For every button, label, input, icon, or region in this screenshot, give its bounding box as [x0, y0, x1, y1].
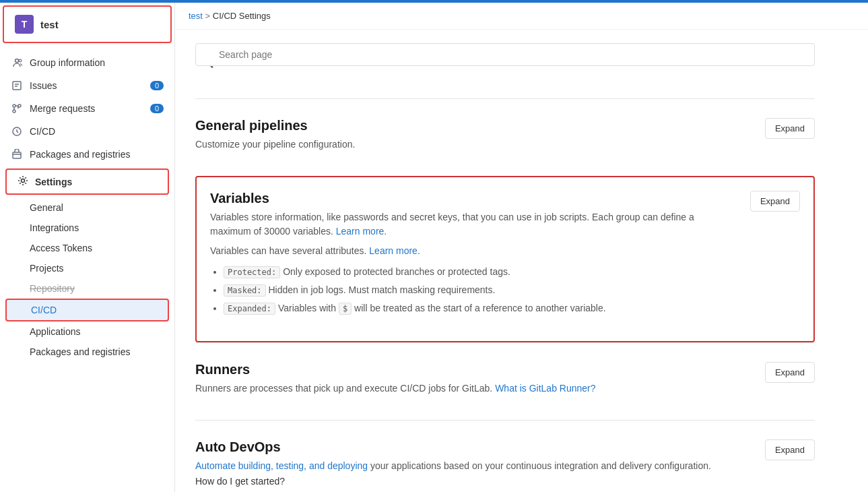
auto-devops-started-link[interactable]: How do I get started?: [195, 476, 285, 487]
sidebar-item-group-info[interactable]: Group information: [0, 51, 174, 74]
runners-title: Runners: [195, 362, 596, 377]
section-general-pipelines-header: General pipelines Customize your pipelin…: [195, 118, 815, 152]
svg-point-10: [22, 179, 25, 183]
settings-icon: [18, 175, 28, 188]
protected-tag: Protected:: [224, 266, 280, 278]
sidebar-title: test: [40, 19, 59, 30]
section-runners-header: Runners Runners are processes that pick …: [195, 362, 815, 396]
runners-desc: Runners are processes that pick up and e…: [195, 381, 596, 396]
merge-requests-badge: 0: [150, 104, 164, 113]
bullet-masked: Masked: Hidden in job logs. Must match m…: [224, 283, 737, 297]
section-variables: Variables Variables store information, l…: [195, 176, 815, 342]
runners-expand-button[interactable]: Expand: [765, 362, 815, 383]
group-info-icon: [11, 57, 23, 69]
sidebar-item-label: CI/CD: [30, 126, 164, 137]
sidebar-sub-item-general[interactable]: General: [0, 197, 174, 218]
sidebar-item-label: Merge requests: [30, 103, 143, 114]
sidebar-item-label: Group information: [30, 57, 164, 68]
section-runners-text: Runners Runners are processes that pick …: [195, 362, 596, 396]
section-general-pipelines-text: General pipelines Customize your pipelin…: [195, 118, 355, 152]
svg-point-5: [13, 104, 15, 107]
content-area: 🔍 General pipelines Customize your pipel…: [175, 30, 835, 492]
sidebar-item-settings[interactable]: Settings: [5, 168, 169, 195]
packages-icon: [11, 148, 23, 160]
variables-title: Variables: [210, 191, 737, 206]
variables-desc-1: Variables store information, like passwo…: [210, 210, 737, 239]
variables-bullet-list: Protected: Only exposed to protected bra…: [224, 265, 737, 315]
sidebar-item-merge-requests[interactable]: Merge requests 0: [0, 97, 174, 120]
bullet-expanded: Expanded: Variables with $ will be treat…: [224, 301, 737, 315]
avatar: T: [15, 15, 34, 34]
expanded-tag: Expanded:: [224, 303, 275, 315]
sidebar-sub-item-repository[interactable]: Repository: [0, 278, 174, 299]
breadcrumb-parent[interactable]: test: [189, 11, 203, 21]
breadcrumb-current: CI/CD Settings: [213, 11, 271, 21]
svg-point-6: [13, 110, 15, 113]
auto-devops-title: Auto DevOps: [195, 439, 711, 455]
breadcrumb: test > CI/CD Settings: [175, 3, 868, 30]
general-pipelines-title: General pipelines: [195, 118, 355, 133]
section-auto-devops-header: Auto DevOps Automate building, testing, …: [195, 439, 815, 487]
bullet-protected: Protected: Only exposed to protected bra…: [224, 265, 737, 279]
masked-tag: Masked:: [224, 284, 266, 297]
merge-requests-icon: [11, 102, 23, 115]
general-pipelines-desc: Customize your pipeline configuration.: [195, 137, 355, 152]
section-variables-header: Variables Variables store information, l…: [210, 191, 800, 322]
section-runners: Runners Runners are processes that pick …: [195, 342, 815, 420]
issues-badge: 0: [150, 81, 164, 90]
sidebar-nav: Group information Issues 0 Merge request…: [0, 46, 174, 367]
section-variables-text: Variables Variables store information, l…: [210, 191, 737, 322]
auto-devops-expand-button[interactable]: Expand: [765, 439, 815, 460]
svg-rect-2: [13, 82, 21, 90]
sidebar-item-cicd[interactable]: CI/CD: [0, 120, 174, 143]
sidebar: T test Group information Issues 0: [0, 3, 175, 492]
issues-icon: [11, 80, 23, 92]
sidebar-sub-item-cicd[interactable]: CI/CD: [5, 299, 169, 321]
sidebar-sub-item-integrations[interactable]: Integrations: [0, 218, 174, 238]
search-input[interactable]: [195, 43, 815, 66]
sidebar-sub-item-projects[interactable]: Projects: [0, 258, 174, 278]
variables-learn-more-2[interactable]: Learn more.: [369, 245, 420, 256]
sidebar-sub-item-applications[interactable]: Applications: [0, 321, 174, 342]
sidebar-item-label: Issues: [30, 80, 143, 91]
sidebar-item-packages[interactable]: Packages and registries: [0, 143, 174, 166]
variables-desc-2: Variables can have several attributes. L…: [210, 244, 737, 258]
variables-expand-button[interactable]: Expand: [750, 191, 800, 212]
svg-point-1: [19, 59, 22, 62]
variables-learn-more-1[interactable]: Learn more.: [336, 226, 387, 237]
sidebar-item-issues[interactable]: Issues 0: [0, 74, 174, 97]
dollar-code: $: [339, 303, 352, 315]
section-auto-devops: Auto DevOps Automate building, testing, …: [195, 420, 815, 492]
auto-devops-desc: Automate building, testing, and deployin…: [195, 459, 711, 473]
breadcrumb-separator: >: [205, 11, 211, 21]
runners-link[interactable]: What is GitLab Runner?: [495, 383, 595, 394]
svg-point-0: [15, 59, 19, 63]
general-pipelines-expand-button[interactable]: Expand: [765, 118, 815, 139]
sidebar-sub-item-access-tokens[interactable]: Access Tokens: [0, 238, 174, 258]
sidebar-sub-item-packages-registries[interactable]: Packages and registries: [0, 342, 174, 362]
section-auto-devops-text: Auto DevOps Automate building, testing, …: [195, 439, 711, 487]
section-general-pipelines: General pipelines Customize your pipelin…: [195, 98, 815, 176]
svg-rect-8: [13, 152, 21, 158]
cicd-icon: [11, 125, 23, 137]
auto-devops-link[interactable]: Automate building, testing, and deployin…: [195, 460, 368, 471]
search-wrapper: 🔍: [195, 43, 815, 82]
sidebar-header[interactable]: T test: [3, 5, 172, 43]
main-content: test > CI/CD Settings 🔍 General pipeline…: [175, 3, 868, 492]
sidebar-item-label: Packages and registries: [30, 149, 164, 160]
settings-label: Settings: [35, 177, 72, 187]
